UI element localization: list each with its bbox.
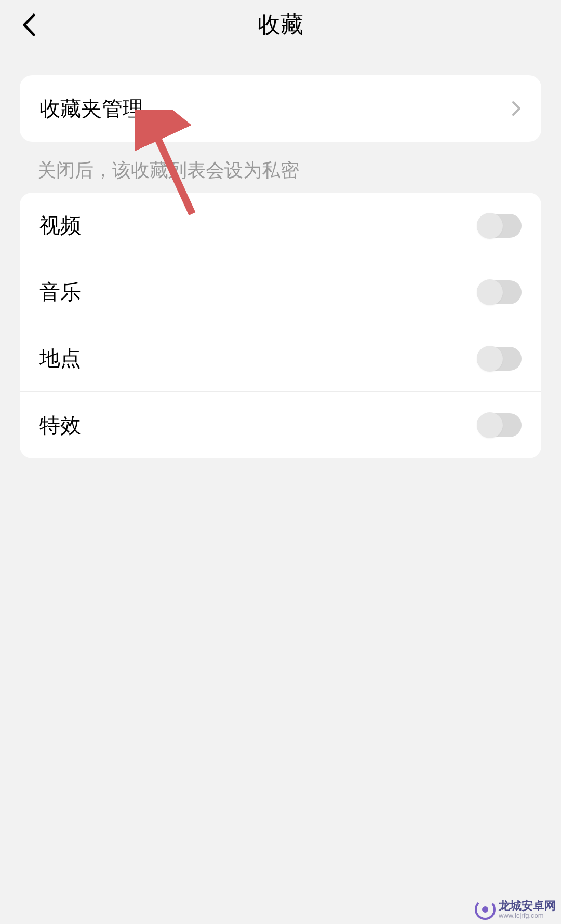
toggle-knob	[477, 412, 503, 438]
watermark: 龙城安卓网 www.lcjrfg.com	[475, 899, 556, 920]
toggle-location[interactable]	[477, 347, 522, 371]
watermark-sub: www.lcjrfg.com	[499, 912, 556, 919]
watermark-logo-icon	[475, 899, 496, 920]
toggle-knob	[477, 279, 503, 305]
toggle-row-video: 视频	[20, 193, 541, 259]
back-button[interactable]	[16, 12, 42, 38]
toggle-row-music: 音乐	[20, 259, 541, 325]
chevron-right-icon	[511, 100, 522, 117]
toggle-effects[interactable]	[477, 413, 522, 437]
toggle-label-music: 音乐	[39, 278, 81, 306]
header-bar: 收藏	[0, 0, 561, 49]
toggle-knob	[477, 213, 503, 239]
toggle-knob	[477, 346, 503, 372]
svg-point-2	[482, 906, 488, 913]
section-management: 收藏夹管理	[20, 75, 541, 142]
watermark-title: 龙城安卓网	[499, 900, 556, 912]
privacy-hint: 关闭后，该收藏列表会设为私密	[37, 157, 541, 183]
favorites-management-row[interactable]: 收藏夹管理	[20, 75, 541, 142]
toggle-video[interactable]	[477, 214, 522, 238]
watermark-text: 龙城安卓网 www.lcjrfg.com	[499, 900, 556, 919]
chevron-left-icon	[21, 13, 36, 37]
page-title: 收藏	[0, 9, 561, 40]
toggle-label-video: 视频	[39, 211, 81, 240]
section-toggles: 视频 音乐 地点 特效	[20, 193, 541, 458]
toggle-row-effects: 特效	[20, 392, 541, 458]
toggle-label-effects: 特效	[39, 411, 81, 440]
toggle-row-location: 地点	[20, 325, 541, 392]
toggle-music[interactable]	[477, 280, 522, 304]
favorites-management-label: 收藏夹管理	[39, 94, 143, 123]
toggle-label-location: 地点	[39, 344, 81, 373]
